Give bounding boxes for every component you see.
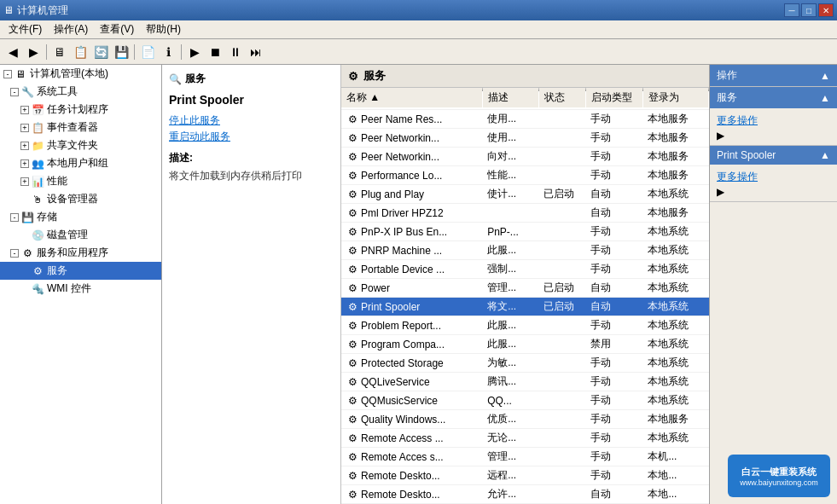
sidebar-item-storage[interactable]: - 💾 存储 bbox=[0, 208, 161, 226]
sidebar-item-services[interactable]: ⚙ 服务 bbox=[0, 262, 161, 280]
service-row-icon: ⚙ bbox=[346, 301, 358, 313]
service-login-cell: 本地系统 bbox=[642, 241, 708, 260]
sidebar-item-eventviewer[interactable]: + 📋 事件查看器 bbox=[0, 119, 161, 136]
sidebar-item-wmi[interactable]: 🔩 WMI 控件 bbox=[0, 280, 161, 298]
table-row[interactable]: ⚙Protected Storage为敏...手动本地系统 bbox=[341, 354, 709, 373]
table-row[interactable]: ⚙Problem Report...此服...手动本地系统 bbox=[341, 316, 709, 335]
maximize-button[interactable]: □ bbox=[801, 3, 817, 17]
menu-help[interactable]: 帮助(H) bbox=[141, 20, 186, 38]
back-button[interactable]: ◀ bbox=[3, 43, 22, 61]
service-desc-cell: 腾讯... bbox=[482, 373, 538, 391]
service-row-icon: ⚙ bbox=[346, 282, 358, 294]
expand-storage[interactable]: - bbox=[10, 213, 19, 222]
up-button[interactable]: 🖥 bbox=[50, 43, 69, 61]
table-row[interactable]: ⚙Peer Name Res...使用...手动本地服务 bbox=[341, 110, 709, 129]
expand-systools[interactable]: - bbox=[10, 88, 19, 96]
table-row[interactable]: ⚙Quality Windows...优质...手动本地服务 bbox=[341, 410, 709, 429]
menu-action[interactable]: 操作(A) bbox=[49, 20, 93, 38]
service-startup-cell: 手动 bbox=[585, 166, 642, 185]
sidebar-label-wmi: WMI 控件 bbox=[47, 281, 91, 296]
table-row[interactable]: ⚙Pml Driver HPZ12自动本地服务 bbox=[341, 204, 709, 223]
service-name-cell: ⚙Program Compa... bbox=[341, 335, 482, 354]
stop-button[interactable]: ⏹ bbox=[206, 43, 224, 61]
table-row[interactable]: ⚙PNRP Machine ...此服...手动本地系统 bbox=[341, 241, 709, 260]
expand-services-apps[interactable]: - bbox=[10, 249, 19, 258]
expand-performance[interactable]: + bbox=[20, 177, 29, 186]
service-desc-cell: 管理... bbox=[482, 279, 538, 298]
sidebar-item-systools[interactable]: - 🔧 系统工具 bbox=[0, 83, 161, 101]
table-row[interactable]: ⚙Power管理...已启动自动本地系统 bbox=[341, 279, 709, 298]
table-row[interactable]: ⚙PnP-X IP Bus En...PnP-...手动本地系统 bbox=[341, 223, 709, 241]
col-header-name[interactable]: 名称 ▲ bbox=[341, 88, 482, 108]
service-name-cell: ⚙Power bbox=[341, 279, 482, 298]
service-login-cell: 本地系统 bbox=[642, 316, 708, 335]
right-section-actions: 操作 ▲ bbox=[710, 65, 837, 87]
service-startup-cell: 自动 bbox=[585, 279, 642, 298]
service-row-icon: ⚙ bbox=[346, 339, 358, 350]
table-row[interactable]: ⚙Peer Networkin...向对...手动本地服务 bbox=[341, 148, 709, 166]
table-row[interactable]: ⚙Remote Deskto...允许...自动本地... bbox=[341, 485, 709, 504]
sidebar-label-services-apps: 服务和应用程序 bbox=[37, 246, 108, 260]
sidebar-item-devmgr[interactable]: 🖱 设备管理器 bbox=[0, 190, 161, 208]
services-table: 名称 ▲ 描述 状态 启动类型 登录为 ⚙Parental Controls此服… bbox=[341, 88, 709, 504]
table-row[interactable]: ⚙QQLiveService腾讯...手动本地系统 bbox=[341, 373, 709, 391]
forward-button[interactable]: ▶ bbox=[24, 43, 43, 61]
services-icon: ⚙ bbox=[31, 264, 44, 278]
expand-eventviewer[interactable]: + bbox=[20, 124, 29, 132]
table-row[interactable]: ⚙Remote Acces s...管理...手动本机... bbox=[341, 448, 709, 466]
expand-localusers[interactable]: + bbox=[20, 159, 29, 168]
expand-sharedfolders[interactable]: + bbox=[20, 142, 29, 150]
expand-root[interactable]: - bbox=[3, 70, 12, 78]
sidebar-item-diskmgr[interactable]: 💿 磁盘管理 bbox=[0, 226, 161, 244]
play-button[interactable]: ▶ bbox=[185, 43, 204, 61]
service-status-cell bbox=[538, 166, 585, 185]
service-login-cell: 本地系统 bbox=[642, 298, 708, 316]
more-actions-printspooler[interactable]: 更多操作 bbox=[717, 168, 830, 186]
minimize-button[interactable]: ─ bbox=[784, 3, 799, 17]
more-actions-ps-icon: ▶ bbox=[717, 186, 724, 198]
table-row[interactable]: ⚙Plug and Play使计...已启动自动本地系统 bbox=[341, 185, 709, 204]
table-row[interactable]: ⚙Remote Access ...无论...手动本地系统 bbox=[341, 429, 709, 448]
skip-button[interactable]: ⏭ bbox=[247, 43, 265, 61]
col-header-status[interactable]: 状态 bbox=[538, 88, 585, 108]
sidebar-item-root[interactable]: - 🖥 计算机管理(本地) bbox=[0, 65, 161, 83]
service-login-cell: 本地服务 bbox=[642, 110, 708, 129]
service-name-cell: ⚙Portable Device ... bbox=[341, 260, 482, 279]
table-row[interactable]: ⚙Remote Deskto...远程...手动本地... bbox=[341, 466, 709, 485]
sidebar-item-services-apps[interactable]: - ⚙ 服务和应用程序 bbox=[0, 244, 161, 262]
sharedfolders-icon: 📁 bbox=[31, 139, 44, 153]
menu-file[interactable]: 文件(F) bbox=[3, 20, 47, 38]
sidebar-label-performance: 性能 bbox=[47, 174, 67, 188]
show-hide-button[interactable]: 📋 bbox=[71, 43, 90, 61]
close-button[interactable]: ✕ bbox=[818, 3, 834, 17]
search-icon: 🔍 bbox=[169, 73, 182, 85]
toolbar-btn-5[interactable]: 📄 bbox=[138, 43, 157, 61]
refresh-button[interactable]: 🔄 bbox=[91, 43, 110, 61]
restart-service-link[interactable]: 重启动此服务 bbox=[169, 130, 334, 144]
right-panel: 操作 ▲ 服务 ▲ 更多操作 ▶ Print Spooler ▲ 更多操作 ▶ bbox=[709, 65, 837, 504]
sidebar-item-sharedfolders[interactable]: + 📁 共享文件夹 bbox=[0, 136, 161, 154]
col-header-login[interactable]: 登录为 bbox=[642, 88, 708, 108]
table-row[interactable]: ⚙Portable Device ...强制...手动本地系统 bbox=[341, 260, 709, 279]
export-button[interactable]: 💾 bbox=[112, 43, 131, 61]
table-row[interactable]: ⚙Program Compa...此服...禁用本地系统 bbox=[341, 335, 709, 354]
service-name-cell: ⚙Remote Acces s... bbox=[341, 448, 482, 466]
stop-service-link[interactable]: 停止此服务 bbox=[169, 113, 334, 128]
col-header-startup[interactable]: 启动类型 bbox=[585, 88, 642, 108]
service-name-cell: ⚙Pml Driver HPZ12 bbox=[341, 204, 482, 223]
pause-button[interactable]: ⏸ bbox=[226, 43, 245, 61]
toolbar-btn-6[interactable]: ℹ bbox=[159, 43, 177, 61]
menu-view[interactable]: 查看(V) bbox=[95, 20, 139, 38]
sidebar-item-localusers[interactable]: + 👥 本地用户和组 bbox=[0, 154, 161, 172]
table-row[interactable]: ⚙Print Spooler将文...已启动自动本地系统 bbox=[341, 298, 709, 316]
services-table-container[interactable]: 名称 ▲ 描述 状态 启动类型 登录为 ⚙Parental Controls此服… bbox=[341, 88, 709, 504]
more-actions-services[interactable]: 更多操作 bbox=[717, 112, 830, 130]
table-row[interactable]: ⚙Performance Lo...性能...手动本地服务 bbox=[341, 166, 709, 185]
sidebar-item-performance[interactable]: + 📊 性能 bbox=[0, 172, 161, 190]
table-row[interactable]: ⚙QQMusicServiceQQ...手动本地系统 bbox=[341, 391, 709, 410]
table-row[interactable]: ⚙Peer Networkin...使用...手动本地服务 bbox=[341, 129, 709, 148]
expand-task[interactable]: + bbox=[20, 106, 29, 114]
service-login-cell: 本地服务 bbox=[642, 148, 708, 166]
col-header-desc[interactable]: 描述 bbox=[482, 88, 538, 108]
sidebar-item-task[interactable]: + 📅 任务计划程序 bbox=[0, 101, 161, 119]
